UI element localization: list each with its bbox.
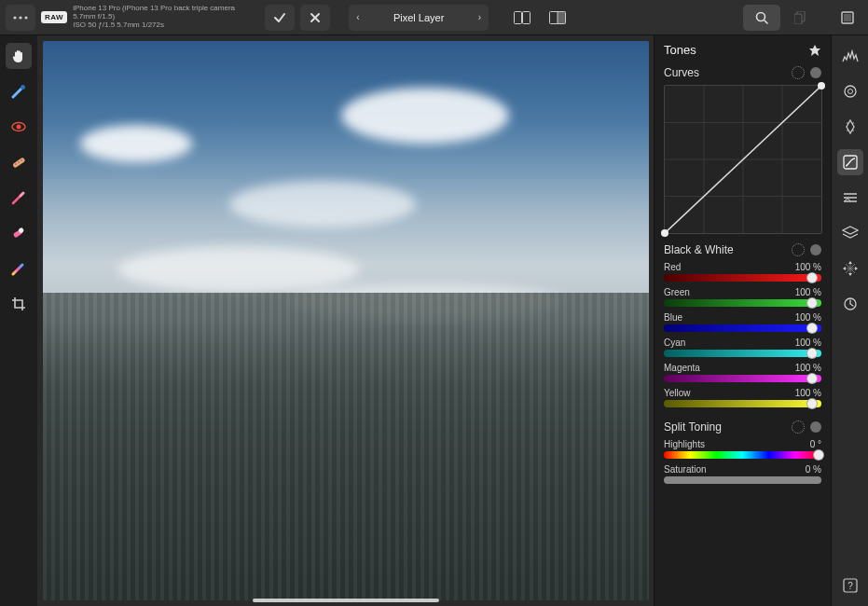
svg-rect-8: [794, 14, 802, 24]
more-button[interactable]: [6, 5, 35, 31]
white-balance-tool[interactable]: [6, 78, 32, 104]
bw-slider-value: 100 %: [795, 312, 821, 323]
bw-slider-value: 100 %: [795, 363, 821, 373]
bw-slider-label: Yellow: [664, 388, 691, 398]
svg-line-26: [665, 86, 821, 233]
curves-title: Curves: [664, 66, 699, 79]
svg-point-13: [17, 125, 21, 130]
pin-icon[interactable]: [808, 44, 821, 57]
highlights-hue-thumb[interactable]: [813, 449, 824, 461]
chevron-left-icon: ‹: [356, 12, 359, 22]
layer-selector[interactable]: ‹ Pixel Layer ›: [349, 5, 489, 31]
compare-split-button[interactable]: [507, 5, 537, 31]
bw-title: Black & White: [664, 243, 734, 256]
curves-reset-icon[interactable]: [792, 66, 805, 79]
bw-slider-track[interactable]: [664, 375, 821, 382]
crop-tool[interactable]: [6, 291, 32, 317]
bw-slider-label: Blue: [664, 312, 682, 323]
split-toggle[interactable]: [810, 421, 821, 433]
photo-preview: [43, 41, 649, 600]
bw-slider-cyan: Cyan100 %: [664, 337, 821, 357]
svg-point-1: [19, 16, 21, 19]
svg-rect-3: [515, 11, 522, 23]
bw-slider-thumb[interactable]: [806, 272, 818, 283]
details-tab[interactable]: [837, 114, 863, 140]
bw-toggle[interactable]: [810, 244, 821, 255]
bw-reset-icon[interactable]: [792, 243, 805, 256]
compare-mask-button[interactable]: [543, 5, 572, 31]
history-tab[interactable]: [837, 291, 863, 317]
curve-handle-highlight[interactable]: [818, 82, 825, 90]
bw-slider-value: 100 %: [795, 262, 821, 272]
chevron-right-icon: ›: [478, 12, 481, 22]
bw-slider-track[interactable]: [664, 324, 821, 332]
bw-slider-value: 100 %: [795, 337, 821, 348]
bw-slider-red: Red100 %: [664, 262, 821, 282]
accept-button[interactable]: [265, 5, 295, 31]
top-toolbar: RAW iPhone 13 Pro (iPhone 13 Pro back tr…: [0, 0, 868, 35]
cancel-button[interactable]: [300, 5, 330, 31]
bw-slider-label: Green: [664, 287, 690, 297]
fullscreen-button[interactable]: [833, 5, 862, 31]
bw-slider-value: 100 %: [795, 388, 821, 398]
transform-tab[interactable]: [837, 255, 863, 282]
bw-slider-thumb[interactable]: [806, 348, 818, 359]
overlays-tab[interactable]: [837, 185, 863, 211]
layers-tab[interactable]: [837, 220, 863, 246]
saturation-value: 0 %: [806, 464, 821, 475]
bw-slider-thumb[interactable]: [806, 398, 818, 409]
add-panel-button[interactable]: [786, 5, 816, 31]
bw-slider-thumb[interactable]: [806, 297, 818, 309]
healing-tool[interactable]: [6, 149, 32, 175]
highlights-hue-slider[interactable]: [664, 451, 821, 459]
eraser-tool[interactable]: [6, 220, 32, 246]
bw-slider-thumb[interactable]: [806, 373, 818, 384]
svg-point-32: [852, 130, 854, 131]
saturation-label: Saturation: [664, 464, 707, 475]
bw-slider-track[interactable]: [664, 350, 821, 357]
histogram-tab[interactable]: [837, 43, 863, 69]
bw-slider-yellow: Yellow100 %: [664, 388, 821, 407]
brush-tool[interactable]: [6, 185, 32, 211]
hand-tool[interactable]: [6, 43, 32, 69]
curve-handle-shadow[interactable]: [661, 229, 668, 237]
highlights-value: 0 °: [810, 439, 821, 449]
svg-point-0: [13, 16, 16, 19]
left-toolbar: [0, 35, 37, 606]
svg-rect-10: [844, 14, 851, 21]
search-button[interactable]: [743, 5, 780, 31]
bw-slider-track[interactable]: [664, 400, 821, 407]
svg-text:?: ?: [847, 581, 853, 591]
svg-point-17: [21, 159, 22, 161]
split-reset-icon[interactable]: [792, 420, 805, 434]
bw-slider-green: Green100 %: [664, 287, 821, 307]
home-indicator: [253, 599, 439, 602]
saturation-slider[interactable]: [664, 476, 821, 484]
bw-slider-track[interactable]: [664, 274, 821, 282]
svg-point-15: [15, 163, 17, 165]
help-button[interactable]: ?: [837, 572, 863, 599]
highlights-hue-row: Highlights 0 °: [664, 439, 821, 459]
red-eye-tool[interactable]: [6, 114, 32, 140]
curves-toggle[interactable]: [810, 67, 821, 78]
highlights-label: Highlights: [664, 439, 705, 449]
meta-line-2: ISO 50 ƒ/1.5 5.7mm 1/272s: [73, 21, 241, 30]
meta-line-1: iPhone 13 Pro (iPhone 13 Pro back triple…: [73, 5, 241, 21]
bw-slider-thumb[interactable]: [806, 323, 818, 334]
tones-tab[interactable]: [837, 149, 863, 175]
curves-editor[interactable]: [664, 85, 822, 234]
image-metadata: iPhone 13 Pro (iPhone 13 Pro back triple…: [73, 5, 241, 29]
gradient-tool[interactable]: [6, 255, 32, 282]
bw-sliders-group: Red100 %Green100 %Blue100 %Cyan100 %Mage…: [664, 262, 821, 407]
split-toning-title: Split Toning: [664, 420, 722, 434]
svg-point-11: [21, 85, 25, 90]
canvas-area[interactable]: [37, 35, 654, 606]
bw-slider-blue: Blue100 %: [664, 312, 821, 332]
bw-slider-track[interactable]: [664, 299, 821, 307]
svg-point-28: [847, 90, 852, 94]
svg-point-30: [852, 122, 854, 124]
saturation-row: Saturation 0 %: [664, 464, 821, 484]
svg-point-6: [757, 12, 765, 21]
lens-tab[interactable]: [837, 78, 863, 104]
svg-point-29: [847, 122, 848, 124]
